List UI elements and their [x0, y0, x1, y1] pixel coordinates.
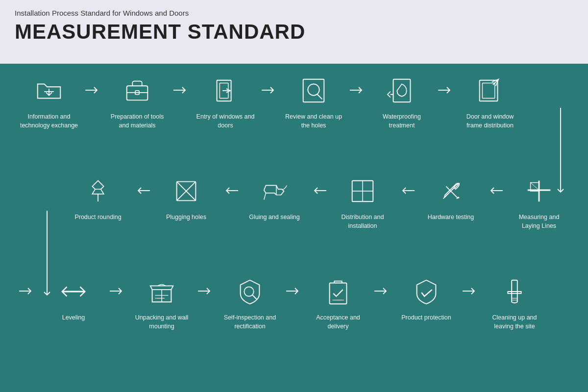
step-product-round: Product rounding: [64, 174, 132, 222]
unpacking-icon: [145, 274, 179, 309]
step-measuring-label: Measuring and Laying Lines: [510, 213, 568, 230]
step-review-holes: Review and clean up the holes: [279, 74, 348, 130]
arrow-r2-5-4: [132, 174, 152, 195]
arrow-into-row3: [15, 274, 39, 295]
svg-line-13: [318, 95, 322, 99]
svg-line-52: [252, 295, 257, 299]
step-frame-dist-label: Door and window frame distribution: [461, 113, 519, 130]
step-waterproofing: Waterproofing treatment: [368, 74, 436, 130]
arrow-r3-1-2: [108, 274, 127, 295]
step-plugging-label: Plugging holes: [166, 213, 206, 222]
arrow-4-5: [348, 74, 368, 95]
step-waterproofing-label: Waterproofing treatment: [372, 113, 431, 130]
step-cleaning-label: Cleaning up and leaving the site: [485, 314, 544, 331]
gluing-icon: [257, 174, 292, 208]
step-measuring: Measuring and Laying Lines: [505, 174, 573, 230]
leveling-icon: [56, 274, 91, 309]
step-dist-install-label: Distribution and installation: [333, 213, 392, 230]
step-prep-tools-label: Preparation of tools and materials: [108, 113, 167, 130]
arrow-r3-3-4: [284, 274, 304, 295]
arrow-r2-1-0: [485, 174, 505, 195]
row2: Product rounding Plugging holes: [15, 174, 573, 230]
arrow-r2-2-1: [397, 174, 416, 195]
step-hardware: Hardware testing: [416, 174, 485, 222]
step-acceptance: Acceptance and delivery: [304, 274, 372, 331]
step-gluing: Gluing and sealing: [240, 174, 309, 222]
arrow-2-3: [172, 74, 191, 95]
arrow-r2-4-3: [220, 174, 240, 195]
entry-windows-icon: [208, 74, 243, 108]
step-leveling: Leveling: [39, 274, 108, 322]
header-title: MEASUREMENT STANDARD: [15, 20, 573, 44]
product-protect-icon: [409, 274, 443, 309]
svg-line-42: [531, 183, 539, 191]
svg-rect-19: [483, 83, 495, 98]
arrow-r3-4-5: [372, 274, 392, 295]
step-acceptance-label: Acceptance and delivery: [309, 314, 368, 331]
svg-point-12: [308, 84, 319, 95]
arrow-r3-5-6: [461, 274, 480, 295]
step-review-holes-label: Review and clean up the holes: [284, 113, 343, 130]
step-frame-dist: Door and window frame distribution: [456, 74, 524, 130]
step-info-tech: Information and technology exchange: [15, 74, 83, 130]
step-self-inspect: Self-inspection and rectification: [216, 274, 284, 331]
step-self-inspect-label: Self-inspection and rectification: [220, 314, 279, 331]
frame-dist-icon: [473, 74, 507, 108]
step-plugging: Plugging holes: [152, 174, 220, 222]
info-tech-icon: [32, 74, 66, 108]
step-entry-windows-label: Entry of windows and doors: [196, 113, 255, 130]
review-holes-icon: [296, 74, 331, 108]
row1: Information and technology exchange Prep…: [15, 74, 573, 130]
waterproofing-icon: [385, 74, 419, 108]
arrow-r2-3-2: [309, 174, 328, 195]
step-gluing-label: Gluing and sealing: [249, 213, 300, 222]
step-info-tech-label: Information and technology exchange: [20, 113, 78, 130]
header-subtitle: Installation Process Standard for Window…: [15, 9, 573, 17]
hardware-icon: [434, 174, 468, 208]
svg-rect-15: [393, 79, 411, 102]
svg-line-30: [264, 193, 266, 200]
self-inspect-icon: [233, 274, 267, 309]
arrow-5-6: [436, 74, 456, 95]
header: Installation Process Standard for Window…: [0, 0, 588, 64]
step-leveling-label: Leveling: [62, 314, 85, 322]
step-prep-tools: Preparation of tools and materials: [103, 74, 172, 130]
arrow-1-2: [83, 74, 103, 95]
svg-rect-54: [330, 283, 347, 304]
plugging-icon: [169, 174, 203, 208]
acceptance-icon: [321, 274, 355, 309]
step-product-protect-label: Product protection: [401, 314, 451, 322]
step-unpacking: Unpacking and wall mounting: [127, 274, 196, 331]
step-product-round-label: Product rounding: [74, 213, 121, 222]
prep-tools-icon: [120, 74, 154, 108]
measuring-icon: [522, 174, 556, 208]
cleaning-icon: [497, 274, 532, 309]
step-dist-install: Distribution and installation: [328, 174, 397, 230]
step-unpacking-label: Unpacking and wall mounting: [132, 314, 191, 331]
step-entry-windows: Entry of windows and doors: [191, 74, 260, 130]
main-content: Information and technology exchange Prep…: [0, 64, 588, 392]
step-hardware-label: Hardware testing: [428, 213, 474, 222]
arrow-r3-2-3: [196, 274, 216, 295]
step-product-protect: Product protection: [392, 274, 461, 322]
step-cleaning: Cleaning up and leaving the site: [480, 274, 549, 331]
dist-install-icon: [345, 174, 380, 208]
arrow-3-4: [260, 74, 279, 95]
row3: Leveling Unpacking and wall mounting: [15, 274, 573, 331]
product-round-icon: [81, 174, 115, 208]
